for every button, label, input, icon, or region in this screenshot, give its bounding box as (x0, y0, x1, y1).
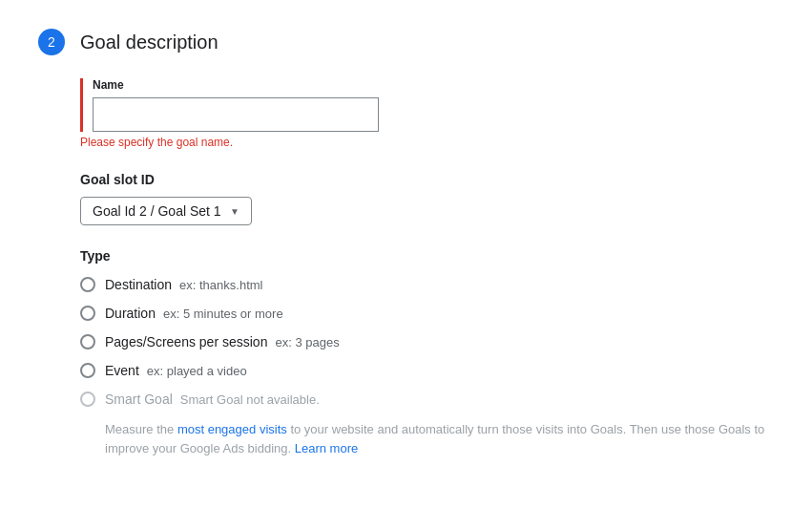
section-title: Goal description (80, 32, 219, 53)
name-label: Name (93, 78, 774, 92)
type-option-pages-screens[interactable]: Pages/Screens per session ex: 3 pages (80, 334, 774, 349)
radio-duration (80, 306, 95, 321)
pages-screens-label: Pages/Screens per session (105, 334, 267, 349)
type-option-smart-goal: Smart Goal Smart Goal not available. (80, 392, 774, 407)
name-field-group: Name Please specify the goal name. (80, 78, 774, 149)
smart-goal-desc-part1: Measure the (105, 422, 177, 436)
type-group: Type Destination ex: thanks.html Duratio… (80, 248, 774, 457)
radio-pages-screens (80, 334, 95, 349)
step-badge: 2 (38, 29, 65, 55)
name-input[interactable] (93, 97, 379, 132)
learn-more-link[interactable]: Learn more (295, 441, 358, 455)
event-label: Event (105, 363, 139, 378)
radio-smart-goal (80, 392, 95, 407)
slot-id-group: Goal slot ID Goal Id 2 / Goal Set 1 ▼ (80, 172, 774, 225)
name-input-wrapper: Name (80, 78, 774, 132)
smart-goal-desc-highlight: most engaged visits (177, 422, 287, 436)
destination-label: Destination (105, 277, 172, 292)
duration-label: Duration (105, 306, 156, 321)
slot-id-value: Goal Id 2 / Goal Set 1 (93, 203, 221, 219)
slot-id-label: Goal slot ID (80, 172, 774, 187)
type-option-destination[interactable]: Destination ex: thanks.html (80, 277, 774, 292)
smart-goal-unavailable: Smart Goal not available. (180, 392, 320, 407)
radio-event (80, 363, 95, 378)
pages-screens-hint: ex: 3 pages (275, 335, 339, 349)
chevron-down-icon: ▼ (230, 206, 239, 217)
slot-id-dropdown[interactable]: Goal Id 2 / Goal Set 1 ▼ (80, 197, 252, 225)
destination-hint: ex: thanks.html (179, 278, 262, 292)
smart-goal-description: Measure the most engaged visits to your … (105, 420, 773, 457)
smart-goal-label: Smart Goal (105, 392, 173, 407)
event-hint: ex: played a video (147, 364, 247, 378)
type-label: Type (80, 248, 774, 264)
type-option-duration[interactable]: Duration ex: 5 minutes or more (80, 306, 774, 321)
duration-hint: ex: 5 minutes or more (163, 307, 283, 321)
name-error: Please specify the goal name. (80, 136, 774, 149)
type-option-event[interactable]: Event ex: played a video (80, 363, 774, 378)
radio-destination (80, 277, 95, 292)
section-header: 2 Goal description (38, 29, 774, 55)
